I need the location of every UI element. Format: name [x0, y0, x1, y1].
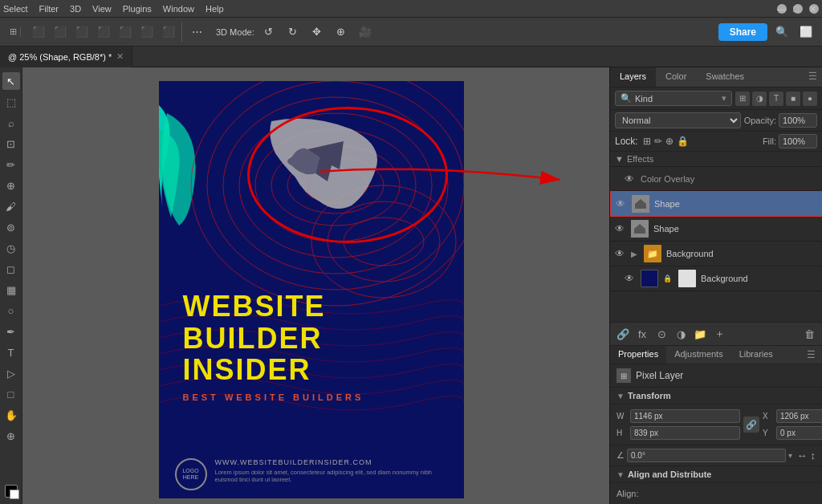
align-top-btn[interactable]: ⬛: [94, 22, 113, 42]
dodge-tool[interactable]: ○: [2, 302, 20, 319]
3d-btn-3[interactable]: ✥: [307, 22, 327, 42]
shape-visibility-1[interactable]: 👁: [616, 198, 627, 209]
fx-btn[interactable]: fx: [634, 326, 650, 342]
wh-link-icon[interactable]: 🔗: [743, 417, 759, 433]
pen-tool[interactable]: ✒: [2, 323, 20, 340]
background-group-visibility[interactable]: 👁: [615, 248, 626, 259]
y-input[interactable]: [776, 426, 822, 440]
lasso-tool[interactable]: ⌕: [2, 114, 20, 132]
heal-tool[interactable]: ⊕: [2, 177, 20, 194]
history-tool[interactable]: ◷: [2, 239, 20, 257]
menu-window[interactable]: Window: [163, 4, 194, 14]
filter-type[interactable]: T: [769, 91, 783, 106]
clone-tool[interactable]: ⊚: [2, 218, 20, 236]
menu-plugins[interactable]: Plugins: [123, 4, 152, 14]
gradient-tool[interactable]: ▦: [2, 281, 20, 299]
foreground-color[interactable]: [5, 485, 18, 498]
fill-input[interactable]: [779, 134, 817, 148]
x-input[interactable]: [776, 409, 822, 423]
lock-all-icon[interactable]: 🔒: [677, 136, 689, 147]
menu-select[interactable]: Select: [3, 4, 28, 14]
group-layers-btn[interactable]: 📁: [692, 326, 708, 342]
3d-btn-5[interactable]: 🎥: [356, 22, 375, 42]
width-input[interactable]: [630, 409, 740, 423]
align-bottom-btn[interactable]: ⬛: [137, 22, 157, 42]
zoom-tool[interactable]: ⊕: [2, 427, 20, 445]
3d-btn-4[interactable]: ⊕: [332, 22, 351, 42]
move-tool[interactable]: ↖: [2, 72, 20, 90]
props-tab-libraries[interactable]: Libraries: [731, 346, 781, 364]
3d-btn-1[interactable]: ↺: [259, 22, 279, 42]
path-tool[interactable]: ▷: [2, 364, 20, 382]
color-overlay-visibility[interactable]: 👁: [625, 173, 636, 185]
lock-pixels-icon[interactable]: ⊞: [643, 136, 651, 147]
angle-input[interactable]: [627, 449, 786, 462]
new-layer-btn[interactable]: ＋: [711, 326, 727, 342]
more-options-btn[interactable]: ⋯: [187, 22, 206, 42]
color-overlay-item[interactable]: 👁 Color Overlay: [610, 167, 822, 191]
new-fill-btn[interactable]: ◑: [673, 326, 689, 342]
transform-section-header[interactable]: ▼ Transform: [610, 388, 822, 404]
align-extra-btn[interactable]: ⬛: [159, 22, 178, 42]
shape-tool[interactable]: □: [2, 385, 20, 403]
opacity-input[interactable]: [779, 113, 817, 128]
lock-artboards-icon[interactable]: ⊕: [665, 136, 673, 147]
shape-layer-selected[interactable]: 👁 Shape: [610, 191, 822, 217]
menu-filter[interactable]: Filter: [39, 4, 59, 14]
menu-help[interactable]: Help: [206, 4, 224, 14]
blend-mode-select[interactable]: Normal: [615, 112, 741, 128]
menu-3d[interactable]: 3D: [70, 4, 81, 14]
active-tab[interactable]: @ 25% (Shape, RGB/8*) * ✕: [0, 47, 132, 67]
flip-v-icon[interactable]: ↕: [811, 449, 816, 461]
align-middle-btn[interactable]: ⬛: [116, 22, 135, 42]
hand-tool[interactable]: ✋: [2, 406, 20, 424]
marquee-tool[interactable]: ⬚: [2, 93, 20, 111]
props-tab-properties[interactable]: Properties: [610, 346, 666, 364]
close-button[interactable]: ✕: [809, 4, 819, 14]
filter-smart[interactable]: ●: [803, 91, 817, 106]
eraser-tool[interactable]: ◻: [2, 260, 20, 278]
background-group-item[interactable]: 👁 ▶ 📁 Background: [610, 242, 822, 266]
filter-pixel[interactable]: ⊞: [735, 91, 750, 106]
shape-visibility-2[interactable]: 👁: [615, 223, 626, 234]
angle-dropdown[interactable]: ▾: [788, 451, 792, 460]
filter-shape[interactable]: ■: [786, 91, 800, 106]
filter-adjust[interactable]: ◑: [752, 91, 767, 106]
search-dropdown-icon: ▾: [722, 93, 726, 104]
align-section-header[interactable]: ▼ Align and Distribute: [610, 466, 822, 483]
add-mask-btn[interactable]: ⊙: [653, 326, 669, 342]
menu-view[interactable]: View: [92, 4, 112, 14]
share-button[interactable]: Share: [718, 23, 767, 41]
workspace-btn[interactable]: ⬜: [796, 22, 816, 42]
brush-tool[interactable]: 🖌: [2, 197, 20, 215]
crop-tool[interactable]: ⊡: [2, 135, 20, 152]
tab-color[interactable]: Color: [656, 67, 696, 87]
canvas-area[interactable]: WEBSITE BUILDER INSIDER BEST WEBSITE BUI…: [22, 67, 609, 504]
type-tool[interactable]: T: [2, 343, 20, 361]
height-input[interactable]: [630, 426, 740, 440]
align-right-btn[interactable]: ⬛: [72, 22, 92, 42]
tab-swatches[interactable]: Swatches: [696, 67, 754, 87]
shape-layer-2[interactable]: 👁 Shape: [610, 217, 822, 242]
background-layer-item[interactable]: 👁 🔒 Background: [610, 266, 822, 291]
delete-layer-btn[interactable]: 🗑: [801, 326, 817, 342]
search-btn[interactable]: 🔍: [772, 22, 791, 42]
eyedropper-tool[interactable]: ✏: [2, 156, 20, 173]
background-layer-visibility[interactable]: 👁: [625, 273, 636, 284]
search-icon: 🔍: [621, 93, 632, 104]
align-center-btn[interactable]: ⬛: [51, 22, 70, 42]
layers-search-box[interactable]: 🔍 Kind ▾: [615, 91, 732, 106]
tab-layers[interactable]: Layers: [610, 67, 656, 87]
3d-btn-2[interactable]: ↻: [283, 22, 303, 42]
panel-menu-btn[interactable]: ☰: [804, 67, 822, 87]
align-left-btn[interactable]: ⬛: [29, 22, 48, 42]
minimize-button[interactable]: —: [777, 4, 787, 14]
maximize-button[interactable]: □: [793, 4, 803, 14]
tab-close-btn[interactable]: ✕: [116, 51, 124, 62]
panel-tabs: Layers Color Swatches ☰: [610, 67, 822, 87]
flip-h-icon[interactable]: ↔: [797, 449, 808, 461]
props-tab-adjustments[interactable]: Adjustments: [666, 346, 731, 364]
link-layers-btn[interactable]: 🔗: [615, 326, 631, 342]
props-menu-btn[interactable]: ☰: [800, 346, 822, 364]
lock-position-icon[interactable]: ✏: [654, 136, 662, 147]
